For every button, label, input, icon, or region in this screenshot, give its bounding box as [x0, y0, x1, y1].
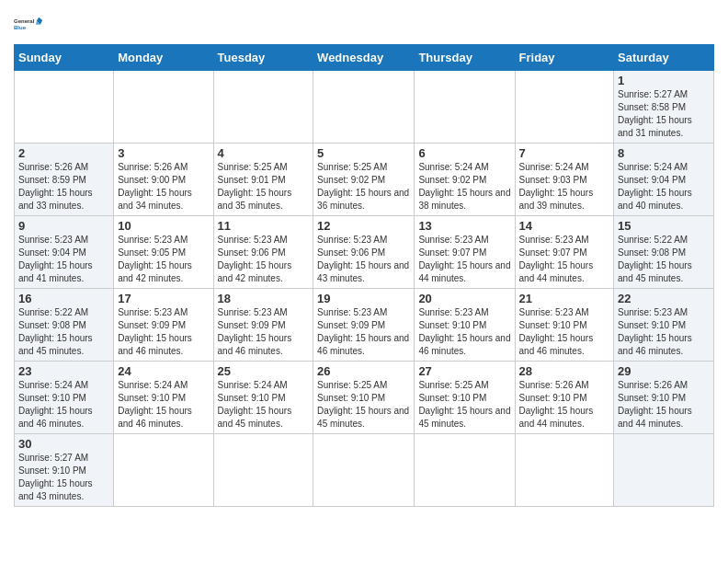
day-header-wednesday: Wednesday — [313, 45, 415, 71]
day-cell: 23Sunrise: 5:24 AM Sunset: 9:10 PM Dayli… — [15, 362, 114, 434]
day-cell: 16Sunrise: 5:22 AM Sunset: 9:08 PM Dayli… — [15, 289, 114, 362]
day-number: 18 — [218, 292, 310, 305]
day-info: Sunrise: 5:23 AM Sunset: 9:06 PM Dayligh… — [218, 234, 310, 285]
day-cell — [213, 71, 313, 144]
generalblue-logo-icon: General Blue — [14, 9, 43, 39]
day-number: 6 — [418, 146, 510, 160]
day-info: Sunrise: 5:23 AM Sunset: 9:10 PM Dayligh… — [519, 306, 610, 358]
day-info: Sunrise: 5:24 AM Sunset: 9:03 PM Dayligh… — [519, 161, 610, 213]
day-info: Sunrise: 5:24 AM Sunset: 9:04 PM Dayligh… — [618, 161, 710, 213]
day-number: 23 — [18, 364, 109, 378]
day-cell: 28Sunrise: 5:26 AM Sunset: 9:10 PM Dayli… — [515, 362, 614, 434]
day-cell: 10Sunrise: 5:23 AM Sunset: 9:05 PM Dayli… — [114, 216, 213, 289]
day-number: 29 — [618, 364, 710, 378]
day-cell: 4Sunrise: 5:25 AM Sunset: 9:01 PM Daylig… — [213, 144, 313, 216]
day-header-thursday: Thursday — [415, 45, 515, 71]
day-info: Sunrise: 5:26 AM Sunset: 8:59 PM Dayligh… — [18, 161, 109, 213]
week-row-3: 9Sunrise: 5:23 AM Sunset: 9:04 PM Daylig… — [15, 216, 714, 289]
week-row-6: 30Sunrise: 5:27 AM Sunset: 9:10 PM Dayli… — [15, 434, 714, 507]
day-number: 26 — [317, 364, 410, 378]
day-cell — [515, 71, 614, 144]
day-cell: 7Sunrise: 5:24 AM Sunset: 9:03 PM Daylig… — [515, 144, 614, 216]
day-number: 25 — [218, 364, 310, 378]
day-info: Sunrise: 5:26 AM Sunset: 9:10 PM Dayligh… — [519, 379, 610, 431]
day-cell: 9Sunrise: 5:23 AM Sunset: 9:04 PM Daylig… — [15, 216, 114, 289]
day-number: 10 — [118, 219, 209, 233]
day-cell — [415, 434, 515, 507]
logo: General Blue — [14, 9, 43, 39]
day-header-saturday: Saturday — [614, 45, 714, 71]
week-row-1: 1Sunrise: 5:27 AM Sunset: 8:58 PM Daylig… — [15, 71, 714, 144]
day-number: 22 — [618, 292, 710, 305]
day-cell — [15, 71, 114, 144]
day-info: Sunrise: 5:24 AM Sunset: 9:10 PM Dayligh… — [218, 379, 310, 431]
day-cell: 27Sunrise: 5:25 AM Sunset: 9:10 PM Dayli… — [415, 362, 515, 434]
week-row-2: 2Sunrise: 5:26 AM Sunset: 8:59 PM Daylig… — [15, 144, 714, 216]
day-header-friday: Friday — [515, 45, 614, 71]
day-cell — [313, 71, 415, 144]
day-info: Sunrise: 5:25 AM Sunset: 9:02 PM Dayligh… — [317, 161, 410, 213]
day-number: 30 — [18, 437, 109, 451]
day-info: Sunrise: 5:27 AM Sunset: 8:58 PM Dayligh… — [618, 88, 710, 140]
day-info: Sunrise: 5:25 AM Sunset: 9:01 PM Dayligh… — [218, 161, 310, 213]
day-header-tuesday: Tuesday — [213, 45, 313, 71]
day-info: Sunrise: 5:23 AM Sunset: 9:06 PM Dayligh… — [317, 234, 410, 285]
day-cell: 8Sunrise: 5:24 AM Sunset: 9:04 PM Daylig… — [614, 144, 714, 216]
day-cell: 13Sunrise: 5:23 AM Sunset: 9:07 PM Dayli… — [415, 216, 515, 289]
day-cell: 12Sunrise: 5:23 AM Sunset: 9:06 PM Dayli… — [313, 216, 415, 289]
week-row-4: 16Sunrise: 5:22 AM Sunset: 9:08 PM Dayli… — [15, 289, 714, 362]
day-info: Sunrise: 5:24 AM Sunset: 9:02 PM Dayligh… — [418, 161, 510, 213]
day-number: 7 — [519, 146, 610, 160]
day-cell: 29Sunrise: 5:26 AM Sunset: 9:10 PM Dayli… — [614, 362, 714, 434]
day-cell: 17Sunrise: 5:23 AM Sunset: 9:09 PM Dayli… — [114, 289, 213, 362]
day-info: Sunrise: 5:23 AM Sunset: 9:07 PM Dayligh… — [418, 234, 510, 285]
day-number: 12 — [317, 219, 410, 233]
day-info: Sunrise: 5:23 AM Sunset: 9:09 PM Dayligh… — [218, 306, 310, 358]
day-info: Sunrise: 5:24 AM Sunset: 9:10 PM Dayligh… — [18, 379, 109, 431]
day-cell: 3Sunrise: 5:26 AM Sunset: 9:00 PM Daylig… — [114, 144, 213, 216]
day-number: 17 — [118, 292, 209, 305]
day-number: 3 — [118, 146, 209, 160]
day-number: 21 — [519, 292, 610, 305]
day-header-sunday: Sunday — [15, 45, 114, 71]
day-cell: 6Sunrise: 5:24 AM Sunset: 9:02 PM Daylig… — [415, 144, 515, 216]
day-cell — [614, 434, 714, 507]
svg-text:General: General — [14, 18, 35, 24]
day-cell: 30Sunrise: 5:27 AM Sunset: 9:10 PM Dayli… — [15, 434, 114, 507]
day-cell — [114, 434, 213, 507]
day-number: 20 — [418, 292, 510, 305]
day-number: 19 — [317, 292, 410, 305]
day-cell — [313, 434, 415, 507]
day-number: 24 — [118, 364, 209, 378]
day-info: Sunrise: 5:22 AM Sunset: 9:08 PM Dayligh… — [618, 234, 710, 285]
day-info: Sunrise: 5:25 AM Sunset: 9:10 PM Dayligh… — [418, 379, 510, 431]
day-cell: 18Sunrise: 5:23 AM Sunset: 9:09 PM Dayli… — [213, 289, 313, 362]
day-number: 2 — [18, 146, 109, 160]
day-cell: 26Sunrise: 5:25 AM Sunset: 9:10 PM Dayli… — [313, 362, 415, 434]
day-number: 5 — [317, 146, 410, 160]
week-row-5: 23Sunrise: 5:24 AM Sunset: 9:10 PM Dayli… — [15, 362, 714, 434]
day-cell: 24Sunrise: 5:24 AM Sunset: 9:10 PM Dayli… — [114, 362, 213, 434]
calendar-table: SundayMondayTuesdayWednesdayThursdayFrid… — [14, 44, 714, 507]
day-cell: 20Sunrise: 5:23 AM Sunset: 9:10 PM Dayli… — [415, 289, 515, 362]
day-cell: 5Sunrise: 5:25 AM Sunset: 9:02 PM Daylig… — [313, 144, 415, 216]
day-cell: 2Sunrise: 5:26 AM Sunset: 8:59 PM Daylig… — [15, 144, 114, 216]
day-number: 11 — [218, 219, 310, 233]
day-number: 13 — [418, 219, 510, 233]
day-cell: 19Sunrise: 5:23 AM Sunset: 9:09 PM Dayli… — [313, 289, 415, 362]
header: General Blue — [14, 9, 714, 39]
day-cell — [213, 434, 313, 507]
svg-text:Blue: Blue — [14, 25, 27, 30]
day-info: Sunrise: 5:26 AM Sunset: 9:00 PM Dayligh… — [118, 161, 209, 213]
day-cell: 1Sunrise: 5:27 AM Sunset: 8:58 PM Daylig… — [614, 71, 714, 144]
day-info: Sunrise: 5:23 AM Sunset: 9:09 PM Dayligh… — [118, 306, 209, 358]
day-number: 27 — [418, 364, 510, 378]
day-cell: 21Sunrise: 5:23 AM Sunset: 9:10 PM Dayli… — [515, 289, 614, 362]
day-number: 16 — [18, 292, 109, 305]
day-cell — [515, 434, 614, 507]
day-number: 8 — [618, 146, 710, 160]
day-number: 1 — [618, 74, 710, 87]
day-cell: 14Sunrise: 5:23 AM Sunset: 9:07 PM Dayli… — [515, 216, 614, 289]
day-info: Sunrise: 5:23 AM Sunset: 9:04 PM Dayligh… — [18, 234, 109, 285]
day-info: Sunrise: 5:23 AM Sunset: 9:09 PM Dayligh… — [317, 306, 410, 358]
